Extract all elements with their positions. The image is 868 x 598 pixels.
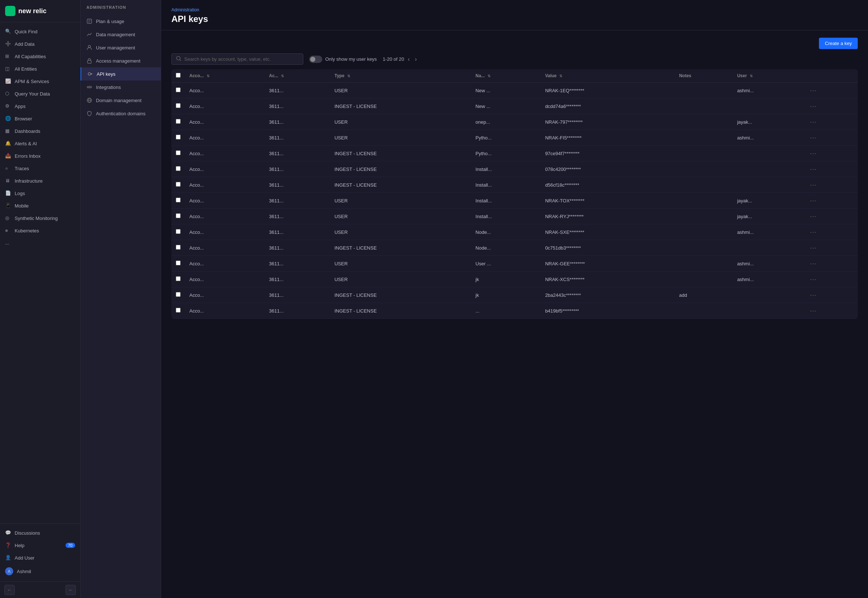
sidebar-item-alerts[interactable]: 🔔 Alerts & AI	[0, 137, 80, 150]
sort-type-icon[interactable]: ⇅	[347, 74, 350, 78]
sidebar-item-quick-find[interactable]: 🔍 Quick Find	[0, 25, 80, 38]
row-checkbox-9[interactable]	[176, 229, 181, 234]
sidebar-item-mobile[interactable]: 📱 Mobile	[0, 199, 80, 212]
select-all-checkbox[interactable]	[176, 73, 181, 78]
row-menu-button-4[interactable]: ⋯	[808, 149, 819, 158]
svg-point-5	[87, 87, 88, 88]
admin-nav-auth-domains[interactable]: Authentication domains	[81, 107, 161, 120]
row-checkbox-2[interactable]	[176, 119, 181, 124]
sidebar-item-dashboards[interactable]: ▦ Dashboards	[0, 125, 80, 137]
cell-type-13: INGEST - LICENSE	[330, 287, 471, 303]
collapse-right-button[interactable]: ←	[66, 585, 76, 595]
sidebar-item-help[interactable]: ❓ Help 70	[0, 539, 80, 552]
admin-nav-user-management[interactable]: User management	[81, 41, 161, 54]
cell-type-0: USER	[330, 83, 471, 99]
admin-nav-domain-management[interactable]: Domain management	[81, 94, 161, 107]
sidebar-item-user-profile[interactable]: A Ashmil	[0, 564, 80, 579]
search-input[interactable]	[184, 56, 298, 62]
row-checkbox-10[interactable]	[176, 245, 181, 250]
sidebar-item-add-data[interactable]: ➕ Add Data	[0, 38, 80, 50]
row-checkbox-7[interactable]	[176, 197, 181, 202]
row-checkbox-3[interactable]	[176, 135, 181, 139]
cell-user-3: ashmi...	[733, 130, 803, 146]
create-key-button[interactable]: Create a key	[819, 38, 858, 49]
cell-notes-14	[675, 303, 733, 319]
svg-marker-0	[7, 8, 13, 13]
row-menu-button-7[interactable]: ⋯	[808, 196, 819, 205]
breadcrumb: Administration	[171, 7, 858, 12]
admin-nav-plan-usage[interactable]: Plan & usage	[81, 15, 161, 28]
cell-account-4: Acco...	[185, 146, 264, 161]
row-menu-button-9[interactable]: ⋯	[808, 228, 819, 236]
svg-point-6	[90, 87, 91, 88]
sort-name-icon[interactable]: ⇅	[487, 74, 490, 78]
row-checkbox-4[interactable]	[176, 150, 181, 155]
sidebar-item-more[interactable]: ...	[0, 237, 80, 249]
row-menu-button-8[interactable]: ⋯	[808, 212, 819, 221]
sidebar-item-all-entities[interactable]: ◫ All Entities	[0, 63, 80, 75]
admin-nav-integrations[interactable]: Integrations	[81, 81, 161, 94]
row-checkbox-1[interactable]	[176, 103, 181, 108]
cell-notes-1	[675, 99, 733, 114]
sidebar-item-browser[interactable]: 🌐 Browser	[0, 112, 80, 125]
sidebar-item-apps[interactable]: ⚙ Apps	[0, 100, 80, 112]
row-checkbox-5[interactable]	[176, 166, 181, 171]
sidebar-item-all-capabilities[interactable]: ⊞ All Capabilities	[0, 50, 80, 63]
lock-icon	[87, 58, 92, 64]
admin-nav-data-management[interactable]: Data management	[81, 28, 161, 41]
cell-type-14: INGEST - LICENSE	[330, 303, 471, 319]
collapse-left-button[interactable]: ←	[4, 585, 15, 595]
row-menu-button-11[interactable]: ⋯	[808, 259, 819, 268]
row-checkbox-14[interactable]	[176, 308, 181, 312]
cell-value-11: NRAK-GEE********	[541, 256, 675, 272]
row-checkbox-6[interactable]	[176, 182, 181, 187]
col-type: Type ⇅	[330, 69, 471, 83]
chat-icon: 💬	[5, 530, 11, 536]
layers-icon: ◫	[5, 66, 11, 72]
row-checkbox-0[interactable]	[176, 87, 181, 92]
sidebar-item-discussions[interactable]: 💬 Discussions	[0, 527, 80, 539]
cell-account-13: Acco...	[185, 287, 264, 303]
row-menu-button-3[interactable]: ⋯	[808, 133, 819, 142]
row-menu-button-5[interactable]: ⋯	[808, 165, 819, 173]
pagination-prev-button[interactable]: ‹	[406, 55, 411, 63]
sidebar-item-traces[interactable]: ⟐ Traces	[0, 162, 80, 175]
row-menu-button-2[interactable]: ⋯	[808, 118, 819, 126]
row-checkbox-8[interactable]	[176, 213, 181, 218]
sidebar-item-apm[interactable]: 📈 APM & Services	[0, 75, 80, 87]
cell-account2-10: 3611...	[264, 240, 330, 256]
sidebar-item-errors-inbox[interactable]: 📥 Errors Inbox	[0, 150, 80, 162]
row-menu-button-10[interactable]: ⋯	[808, 244, 819, 252]
row-menu-button-0[interactable]: ⋯	[808, 86, 819, 95]
user-keys-toggle[interactable]	[309, 55, 322, 63]
svg-point-9	[177, 56, 180, 60]
sort-value-icon[interactable]: ⇅	[559, 74, 562, 78]
row-menu-button-6[interactable]: ⋯	[808, 181, 819, 189]
cell-account-3: Acco...	[185, 130, 264, 146]
sidebar-item-kubernetes[interactable]: ⎈ Kubernetes	[0, 224, 80, 237]
cell-value-13: 2ba2443c********	[541, 287, 675, 303]
cell-type-11: USER	[330, 256, 471, 272]
row-menu-button-13[interactable]: ⋯	[808, 291, 819, 299]
row-checkbox-12[interactable]	[176, 276, 181, 281]
avatar-icon: A	[5, 567, 13, 575]
sort-user-icon[interactable]: ⇅	[750, 74, 753, 78]
cell-notes-13: add	[675, 287, 733, 303]
sort-account-icon[interactable]: ⇅	[207, 74, 210, 78]
row-checkbox-13[interactable]	[176, 292, 181, 297]
sidebar-item-infrastructure[interactable]: 🖥 Infrastructure	[0, 175, 80, 187]
sidebar-item-synthetic-monitoring[interactable]: ◎ Synthetic Monitoring	[0, 212, 80, 224]
row-checkbox-11[interactable]	[176, 260, 181, 265]
admin-nav-api-keys[interactable]: API keys	[81, 67, 161, 81]
pagination-next-button[interactable]: ›	[414, 55, 418, 63]
sort-account2-icon[interactable]: ⇅	[281, 74, 284, 78]
sidebar-nav: 🔍 Quick Find ➕ Add Data ⊞ All Capabiliti…	[0, 22, 80, 523]
sidebar-item-add-user[interactable]: 👤 Add User	[0, 552, 80, 564]
sidebar-item-logs[interactable]: 📄 Logs	[0, 187, 80, 199]
row-menu-button-1[interactable]: ⋯	[808, 102, 819, 111]
row-menu-button-12[interactable]: ⋯	[808, 275, 819, 284]
sidebar-item-query[interactable]: ⬡ Query Your Data	[0, 87, 80, 100]
admin-nav-access-management[interactable]: Access management	[81, 54, 161, 67]
row-menu-button-14[interactable]: ⋯	[808, 306, 819, 315]
svg-rect-3	[87, 60, 91, 63]
